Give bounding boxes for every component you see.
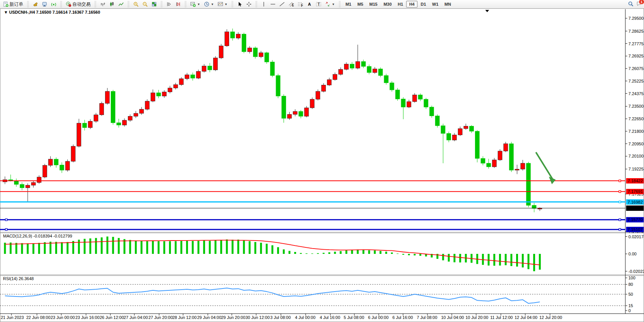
timeframe-m15[interactable]: M15 [366,1,380,8]
zoom-in-button[interactable] [131,0,140,8]
crosshair-button[interactable] [244,0,253,8]
line-handle[interactable] [619,219,621,221]
cursor-icon [237,2,242,7]
svg-text:7.21800: 7.21800 [628,129,644,134]
vline-icon [261,2,266,7]
tiles-icon [151,2,157,7]
toolbar-separator [128,1,129,7]
svg-text:4 Jul 16:00: 4 Jul 16:00 [320,315,340,320]
svg-text:T: T [317,2,320,6]
svg-text:30 Jun 12:00: 30 Jun 12:00 [245,315,270,320]
svg-text:7.27775: 7.27775 [628,41,644,46]
market-watch-button[interactable] [40,0,49,8]
macd-label: MACD(12,26,9) -0.018394 -0.012799 [3,234,72,238]
alerts-button[interactable] [31,0,40,8]
svg-text:7.22650: 7.22650 [628,116,644,121]
svg-text:7.23500: 7.23500 [628,104,644,108]
signals-button[interactable] [49,0,58,8]
line-handle[interactable] [5,228,7,230]
svg-text:7.24375: 7.24375 [628,91,644,96]
text-icon: A [307,2,312,7]
step-end-icon [175,2,181,7]
chevron-down-icon: ▼ [197,3,200,6]
trendline-button[interactable] [277,0,287,8]
clock-icon [204,2,209,7]
search-icon [628,1,633,6]
new-order-button[interactable]: 新订单 [1,0,25,9]
line-handle[interactable] [5,219,7,221]
svg-text:23 Jun 00:00: 23 Jun 00:00 [51,315,75,320]
mt4-terminal: 新订单自动交易▼▼▼EFAT▼M1M5M15M30H1H4D1W1MN1 7.2… [0,0,644,322]
horizontal-line-button[interactable] [268,0,277,8]
svg-text:7.16982: 7.16982 [628,200,643,204]
timeframe-mn[interactable]: MN [442,1,454,8]
svg-text:12 Jul 20:00: 12 Jul 20:00 [539,315,562,320]
svg-text:7.26925: 7.26925 [628,54,644,58]
line-handle[interactable] [619,191,621,193]
svg-text:7.15107: 7.15107 [628,227,643,232]
timeframe-h1[interactable]: H1 [395,1,406,8]
timeframe-group: M1M5M15M30H1H4D1W1MN [341,0,455,8]
auto-trading-button[interactable]: 自动交易 [64,0,92,9]
new-order-button-label: 新订单 [10,1,23,8]
timeframe-m1[interactable]: M1 [343,1,354,8]
channel-icon: E [289,2,294,7]
new-chart-button[interactable]: ▼ [188,0,202,8]
tile-windows-button[interactable] [150,0,159,8]
timeframe-d1[interactable]: D1 [418,1,429,8]
arrows-button[interactable]: ▼ [323,0,337,8]
svg-text:23 Jun 16:00: 23 Jun 16:00 [75,315,100,320]
toolbar-separator [231,1,233,7]
templates-button[interactable]: ▼ [216,0,230,8]
notifications-button[interactable]: 1 [636,1,642,8]
svg-text:5 Jul 08:00: 5 Jul 08:00 [344,315,364,320]
fibo-icon: F [298,2,303,7]
toolbar: 新订单自动交易▼▼▼EFAT▼M1M5M15M30H1H4D1W1MN1 [0,0,644,9]
svg-text:12 Jul 04:00: 12 Jul 04:00 [515,315,537,320]
line-handle[interactable] [619,180,621,182]
svg-text:4 Jul 00:00: 4 Jul 00:00 [295,315,316,320]
line-handle[interactable] [619,228,621,230]
svg-text:7.19225: 7.19225 [628,167,644,171]
line-chart-button[interactable] [116,0,126,8]
svg-text:22 Jun 08:00: 22 Jun 08:00 [26,315,51,320]
svg-text:0: 0 [628,308,631,313]
equidistant-channel-button[interactable]: E [287,0,296,8]
line-handle[interactable] [619,201,621,203]
chart-end-button[interactable] [174,0,183,8]
toolbar-separator [161,1,163,7]
chart-window: 7.295007.286257.277757.269257.260757.252… [0,8,644,322]
chart-forward-button[interactable] [164,0,174,8]
svg-text:21 Jun 2023: 21 Jun 2023 [1,315,24,320]
search-button[interactable] [628,1,633,8]
toolbar-separator [60,1,62,7]
crosshair-icon [246,2,252,7]
svg-text:7.28625: 7.28625 [628,29,644,33]
svg-text:7.20100: 7.20100 [628,154,644,158]
hline-icon [270,2,276,7]
timeframe-w1[interactable]: W1 [429,1,442,8]
candlestick-chart-button[interactable] [107,0,116,8]
svg-text:29 Jun 04:00: 29 Jun 04:00 [197,315,222,320]
bar-chart-button[interactable] [98,0,107,8]
svg-text:7.16560: 7.16560 [628,206,643,210]
toolbar-separator [94,1,96,7]
trendline-icon [279,2,285,7]
horn-icon [33,2,38,7]
timeframe-h4[interactable]: H4 [406,1,418,8]
monitor-icon [42,2,47,7]
vertical-line-button[interactable] [259,0,268,8]
periods-button[interactable]: ▼ [202,0,216,8]
text-button[interactable]: A [305,0,314,8]
zoom-out-button[interactable] [140,0,150,8]
timeframe-m5[interactable]: M5 [354,1,366,8]
chevron-down-icon: ▼ [211,3,214,6]
timeframe-m30[interactable]: M30 [381,1,395,8]
arrows-icon [325,2,330,7]
svg-text:15: 15 [628,303,633,308]
toolbar-separator [27,1,29,7]
fibonacci-button[interactable]: F [296,0,305,8]
svg-text:0.020174: 0.020174 [628,234,644,239]
cursor-button[interactable] [235,0,244,8]
text-label-button[interactable]: T [314,0,323,8]
